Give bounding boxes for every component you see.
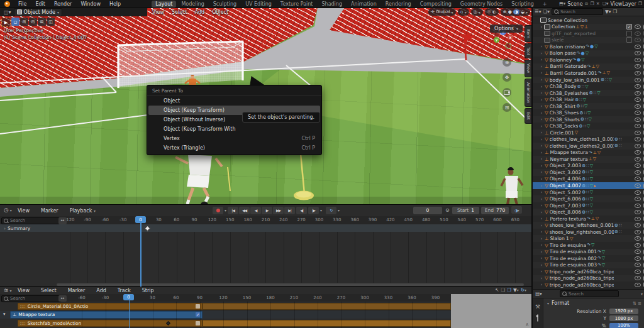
expand-chevron-icon[interactable]: ›: [539, 137, 544, 142]
expand-chevron-icon[interactable]: ›: [539, 177, 544, 182]
outliner-row[interactable]: ›▽Ch38_Shirt⚙∷▽: [533, 103, 644, 110]
jump-to-start-button[interactable]: |◀: [228, 207, 238, 214]
outliner-row[interactable]: ›▽Balonney↷●▽: [533, 57, 644, 63]
hide-in-viewport-icon[interactable]: [635, 204, 641, 208]
delete-scene-icon[interactable]: ✕: [596, 1, 600, 6]
overlap-icon[interactable]: ❏: [501, 287, 505, 293]
filter-icon[interactable]: ▼▾: [513, 287, 519, 293]
npanel-tab-item[interactable]: Item: [525, 25, 531, 42]
expand-chevron-icon[interactable]: ›: [539, 229, 544, 234]
workspace-tab-modeling[interactable]: Modeling: [177, 1, 208, 8]
workspace-tab-scripting[interactable]: Scripting: [508, 1, 538, 8]
shading-wireframe-icon[interactable]: ⊕: [503, 9, 507, 14]
outliner-row[interactable]: ›▽Object_4.007⚙∷▽▸: [533, 182, 644, 189]
hide-in-viewport-icon[interactable]: [635, 31, 641, 36]
expand-chevron-icon[interactable]: ›: [539, 111, 544, 116]
expand-chevron-icon[interactable]: ›: [539, 143, 544, 148]
outliner-row[interactable]: ›▽Tiro de esquina.001↷▽: [533, 249, 644, 256]
new-viewlayer-icon[interactable]: ❐: [638, 1, 642, 6]
outliner-row[interactable]: ›▽Object_7.003⚙∷▽: [533, 202, 644, 209]
outliner-row[interactable]: ›▽Balon pase↷●▽: [533, 50, 644, 57]
nla-track-row[interactable]: ▾⊥Mbappe textura✓: [0, 311, 451, 319]
new-scene-icon[interactable]: ❐: [590, 1, 594, 6]
summary-channel[interactable]: › Summary: [0, 224, 531, 232]
jump-to-next-keyframe-button[interactable]: ▶▶: [273, 207, 284, 214]
expand-chevron-icon[interactable]: ›: [539, 90, 544, 96]
select-extend-button[interactable]: ⊞: [20, 18, 28, 26]
expand-chevron-icon[interactable]: ›: [539, 51, 544, 56]
filter-channels-icon[interactable]: ↔: [58, 295, 67, 302]
workspace-tab-texture-paint[interactable]: Texture Paint: [277, 1, 317, 8]
expand-chevron-icon[interactable]: ›: [539, 223, 544, 228]
toggle-perspective-icon[interactable]: ⊞: [502, 103, 511, 112]
editor-type-icon[interactable]: ▤▾: [535, 291, 542, 297]
frame-back-button[interactable]: ◀|: [296, 207, 307, 214]
npanel-tab-animation[interactable]: Animation: [525, 79, 531, 107]
outliner-row[interactable]: ›⊥Mbappe textura↷⊥▽: [533, 150, 644, 156]
context-menu-item[interactable]: Object (Keep Transform With: [147, 124, 321, 134]
outliner-row[interactable]: ›▽Tiro de esquina.002↷▽: [533, 255, 644, 262]
stopwatch-icon[interactable]: ⊙: [445, 207, 450, 213]
hide-in-viewport-icon[interactable]: [635, 64, 641, 68]
expand-chevron-icon[interactable]: ›: [539, 249, 544, 254]
hide-in-viewport-icon[interactable]: [635, 58, 641, 62]
hide-in-viewport-icon[interactable]: [635, 276, 641, 280]
workspace-tab-layout[interactable]: Layout: [152, 1, 176, 8]
expand-chevron-icon[interactable]: ›: [539, 243, 544, 248]
outliner-row[interactable]: ›▽shoes_low_rightshoes_0.001⚙∷: [533, 229, 644, 236]
expand-chevron-icon[interactable]: ›: [539, 170, 544, 175]
gizmo-axis-y[interactable]: Y: [494, 37, 499, 43]
chevron-down-icon[interactable]: ▾: [641, 292, 643, 296]
expand-chevron-icon[interactable]: ›: [539, 77, 544, 82]
camera-view-icon[interactable]: [502, 88, 511, 97]
transform-orientation-dropdown[interactable]: ✛ Global ▾: [428, 8, 455, 16]
npanel-tab-tool[interactable]: Tool: [525, 43, 531, 59]
outliner-row[interactable]: ›▽clothes_low_clothes1_0.001⚙∷: [533, 136, 644, 143]
hide-in-viewport-icon[interactable]: [635, 104, 641, 109]
hide-in-viewport-icon[interactable]: [635, 150, 641, 155]
hide-in-viewport-icon[interactable]: [635, 249, 641, 254]
jump-to-prev-keyframe-button[interactable]: ◀◀: [239, 207, 250, 214]
proportional-editing-dropdown[interactable]: ◎▾: [471, 8, 483, 16]
expand-chevron-icon[interactable]: ›: [539, 25, 544, 30]
editor-type-icon[interactable]: ◫▾: [4, 9, 11, 15]
nla-menu-view[interactable]: View: [18, 288, 30, 293]
expand-chevron-icon[interactable]: ›: [539, 163, 544, 168]
auto-key-button[interactable]: [213, 207, 223, 214]
move-view-icon[interactable]: ✥: [502, 73, 511, 82]
editor-type-icon[interactable]: ◷▾: [4, 207, 12, 213]
zoom-icon[interactable]: ⊕: [502, 58, 511, 67]
select-difference-button[interactable]: ⊠: [38, 18, 46, 26]
hide-in-viewport-icon[interactable]: [635, 124, 641, 128]
viewport-menu-select[interactable]: Select: [172, 9, 187, 15]
display-mode-icon[interactable]: ❏▾: [543, 9, 550, 14]
hide-in-viewport-icon[interactable]: [635, 230, 641, 234]
npanel-tab-view[interactable]: View: [525, 60, 531, 77]
hide-in-viewport-icon[interactable]: [635, 217, 641, 221]
timeline-menu-view[interactable]: View: [18, 208, 30, 214]
outliner-row[interactable]: ›▽Ch38_Shoes⚙∷▽: [533, 109, 644, 116]
outliner-row[interactable]: ›▽Ch38_Eyelashes⚙∷▽: [533, 90, 644, 97]
hide-in-viewport-icon[interactable]: [635, 210, 641, 214]
hide-in-viewport-icon[interactable]: [635, 111, 641, 115]
nla-strip[interactable]: [203, 320, 451, 327]
editor-type-icon[interactable]: ≋▾: [4, 287, 12, 293]
expand-chevron-icon[interactable]: ›: [539, 269, 544, 274]
timeline-menu-playback[interactable]: Playback ▾: [70, 208, 96, 214]
workspace-tab-uv-editing[interactable]: UV Editing: [242, 1, 275, 8]
outliner-row[interactable]: ›▽Ch38_Body⚙∷▽: [533, 83, 644, 90]
hide-in-viewport-icon[interactable]: [635, 25, 641, 29]
expand-chevron-icon[interactable]: ›: [539, 117, 544, 122]
pin-icon[interactable]: ⊙: [585, 1, 589, 6]
new-collection-icon[interactable]: ❐: [613, 9, 618, 14]
hide-in-viewport-icon[interactable]: [635, 71, 641, 75]
playback-sync-button[interactable]: ↻: [326, 207, 336, 214]
outliner-row[interactable]: ›▽Tiro de esquina↷▽: [533, 242, 644, 249]
context-menu-item[interactable]: Object: [147, 96, 321, 106]
options-button[interactable]: Options ▾: [490, 25, 523, 33]
outliner-row[interactable]: ›▽Ch38_Hair⚙∷▽: [533, 96, 644, 103]
strip-pin-icon[interactable]: [196, 304, 200, 309]
timeline-search-input[interactable]: Search: [1, 217, 62, 224]
menu-edit[interactable]: Edit: [31, 1, 50, 7]
hide-in-viewport-icon[interactable]: [635, 137, 641, 141]
